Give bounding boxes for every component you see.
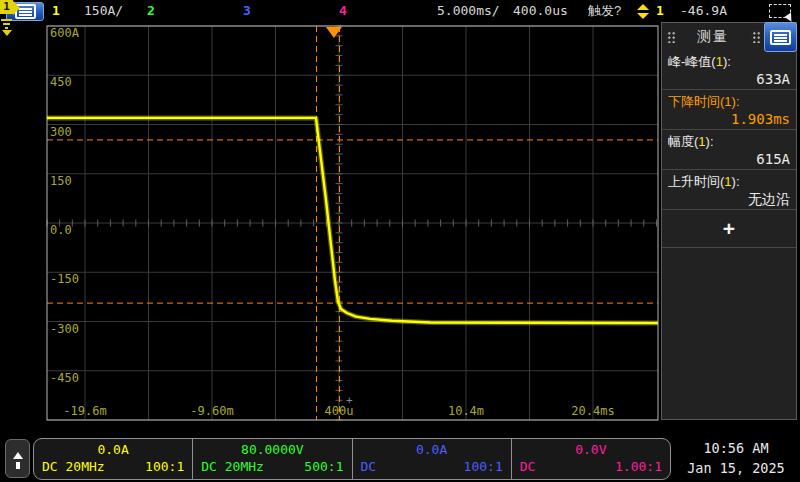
channel-coupling: DC 20MHz	[201, 458, 264, 475]
ground-symbol-icon	[1, 19, 12, 21]
open-menu-up-button[interactable]	[5, 439, 30, 478]
date-readout: Jan 15, 2025	[676, 458, 796, 478]
down-arrow-icon	[2, 30, 12, 36]
measurement-row-amplitude[interactable]: 幅度(1): 615A	[662, 130, 796, 170]
svg-text:600A: 600A	[50, 26, 80, 40]
right-arrow-icon	[13, 1, 20, 15]
channel-3-status[interactable]: 0.0A DC100:1	[352, 439, 511, 479]
channel-coupling: DC	[361, 458, 377, 475]
channel-value: 0.0A	[42, 441, 184, 458]
bottom-channel-bar: 0.0A DC 20MHz100:1 80.0000V DC 20MHz500:…	[0, 436, 800, 482]
svg-text:-450: -450	[50, 371, 79, 385]
channel-1-ground-marker[interactable]: 1	[0, 0, 20, 36]
channel-1-marker-label: 1	[0, 0, 13, 14]
panel-menu-button[interactable]	[764, 22, 797, 52]
measurement-row-fall-time[interactable]: 下降时间(1): 1.903ms	[662, 90, 796, 130]
svg-text:10.4m: 10.4m	[448, 404, 484, 418]
waveform-glow	[47, 118, 658, 323]
svg-text:20.4ms: 20.4ms	[571, 404, 614, 418]
svg-text:300: 300	[50, 125, 72, 139]
menu-list-icon	[770, 30, 791, 45]
measurement-label: 下降时间(1):	[668, 93, 790, 110]
panel-title: 测量	[679, 28, 747, 46]
grid-lines	[47, 26, 658, 420]
measurement-value: 633A	[668, 70, 790, 88]
measurement-row-peak-peak[interactable]: 峰-峰值(1): 633A	[662, 50, 796, 90]
svg-text:450: 450	[50, 75, 72, 89]
measurement-label: 幅度(1):	[668, 133, 790, 150]
svg-text:0.0: 0.0	[50, 223, 72, 237]
time-ref-marker: +	[346, 394, 353, 407]
measurement-value: 1.903ms	[668, 110, 790, 128]
channel-status-group: 0.0A DC 20MHz100:1 80.0000V DC 20MHz500:…	[33, 438, 671, 480]
channel-4-status[interactable]: 0.0V DC1.00:1	[511, 439, 670, 479]
channel-coupling: DC	[520, 458, 536, 475]
measurement-panel-header[interactable]: 测量	[662, 23, 796, 50]
time-readout: 10:56 AM	[676, 438, 796, 458]
channel-value: 0.0A	[361, 441, 503, 458]
svg-text:-19.6m: -19.6m	[63, 404, 106, 418]
channel-probe-ratio: 100:1	[145, 458, 184, 475]
channel-1-status[interactable]: 0.0A DC 20MHz100:1	[34, 439, 192, 479]
svg-text:-150: -150	[50, 272, 79, 286]
waveform-trace-channel-1	[47, 118, 658, 323]
measurement-panel: 测量 峰-峰值(1): 633A 下降时间(1): 1.903ms 幅度(1):…	[661, 22, 797, 420]
svg-text:150: 150	[50, 174, 72, 188]
measurement-value: 615A	[668, 150, 790, 168]
channel-coupling: DC 20MHz	[42, 458, 105, 475]
svg-text:-300: -300	[50, 322, 79, 336]
x-axis-labels: -19.6m-9.60m400u10.4m20.4ms	[63, 404, 614, 418]
drag-handle-icon[interactable]	[666, 30, 675, 43]
clock: 10:56 AM Jan 15, 2025	[676, 438, 796, 478]
y-axis-labels: 600A4503001500.0-150-300-450	[50, 26, 80, 385]
measurement-value: 无边沿	[668, 190, 790, 208]
channel-probe-ratio: 500:1	[304, 458, 343, 475]
up-arrow-icon	[13, 452, 23, 459]
channel-2-status[interactable]: 80.0000V DC 20MHz500:1	[192, 439, 351, 479]
measurement-row-rise-time[interactable]: 上升时间(1): 无边沿	[662, 170, 796, 210]
channel-probe-ratio: 100:1	[464, 458, 503, 475]
measurement-label: 峰-峰值(1):	[668, 53, 790, 70]
channel-value: 80.0000V	[201, 441, 343, 458]
svg-text:-9.60m: -9.60m	[190, 404, 233, 418]
channel-probe-ratio: 1.00:1	[615, 458, 662, 475]
channel-value: 0.0V	[520, 441, 662, 458]
drag-handle-icon[interactable]	[751, 30, 760, 43]
add-measurement-button[interactable]: +	[662, 210, 796, 248]
measurement-label: 上升时间(1):	[668, 173, 790, 190]
